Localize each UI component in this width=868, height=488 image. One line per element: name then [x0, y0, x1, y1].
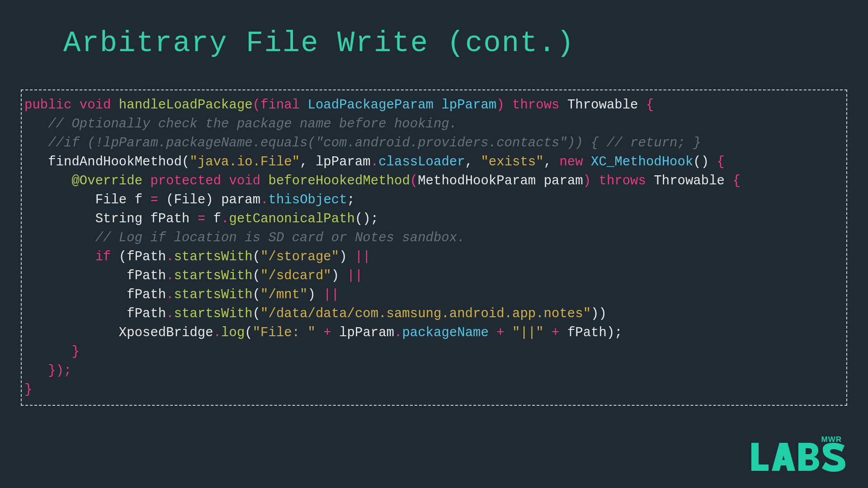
kw-throws: throws	[599, 174, 646, 188]
id-param: param	[221, 192, 260, 207]
dot: .	[260, 192, 268, 207]
str-javaiofile: "java.io.File"	[189, 155, 300, 169]
id-fPath: fPath	[567, 325, 607, 340]
paren-close: )	[205, 192, 213, 207]
brace-close: }	[71, 344, 79, 359]
svg-rect-1	[751, 465, 769, 471]
paren-open: (	[253, 287, 260, 302]
type-File: File	[95, 192, 127, 207]
txt: ,	[544, 155, 560, 169]
fn-startsWith: startsWith	[174, 249, 253, 264]
id-f: f	[213, 211, 221, 226]
paren-open: (	[182, 155, 189, 169]
op-or: ||	[323, 287, 339, 302]
type-String: String	[95, 211, 142, 226]
type-LoadPackageParam: LoadPackageParam	[308, 98, 434, 113]
dot: .	[213, 325, 221, 340]
dot: .	[166, 306, 174, 321]
id-lpParam: lpParam	[441, 98, 496, 113]
fn-getCanonicalPath: getCanonicalPath	[229, 211, 355, 226]
brace-open: {	[717, 155, 725, 169]
paren-open: (	[166, 192, 174, 207]
dot: .	[221, 211, 229, 226]
id-fPath: fPath	[127, 306, 166, 321]
id-lpParam: lpParam	[339, 325, 394, 340]
fn-startsWith: startsWith	[174, 268, 253, 283]
type-Throwable: Throwable	[654, 174, 725, 188]
type-Throwable: Throwable	[567, 98, 638, 113]
type-XCMethodHook: XC_MethodHook	[591, 155, 693, 169]
brace-close-paren: });	[48, 363, 71, 378]
id-fPath: fPath	[127, 287, 166, 302]
tail: );	[607, 325, 623, 340]
str-storage: "/storage"	[260, 249, 339, 264]
txt: (fPath	[119, 249, 166, 264]
paren-close: ))	[591, 306, 607, 321]
str-file: "File: "	[253, 325, 316, 340]
fn-findAndHookMethod: findAndHookMethod	[48, 155, 182, 169]
slide: Arbitrary File Write (cont.) public void…	[0, 0, 868, 488]
str-mnt: "/mnt"	[260, 287, 307, 302]
tail: ();	[355, 211, 378, 226]
paren-close: )	[583, 174, 591, 188]
paren-open: (	[245, 325, 252, 340]
code-content: public void handleLoadPackage(final Load…	[24, 96, 844, 399]
id-f: f	[135, 192, 142, 207]
brace-open: {	[732, 174, 740, 188]
paren-open: (	[410, 174, 418, 188]
kw-final: final	[260, 98, 300, 113]
fn-beforeHookedMethod: beforeHookedMethod	[269, 174, 410, 188]
op-eq: =	[198, 211, 205, 226]
kw-new: new	[559, 155, 583, 169]
paren-close: )	[339, 249, 347, 264]
op-eq: =	[150, 192, 158, 207]
op-or: ||	[347, 268, 363, 283]
kw-throws: throws	[512, 98, 559, 113]
paren-open: (	[253, 98, 260, 113]
dot: .	[394, 325, 402, 340]
op-plus: +	[552, 325, 559, 340]
slide-title: Arbitrary File Write (cont.)	[63, 27, 841, 60]
fn-handleLoadPackage: handleLoadPackage	[119, 98, 253, 113]
paren-open: (	[253, 268, 260, 283]
kw-void: void	[229, 174, 261, 188]
paren-close: )	[331, 268, 339, 283]
kw-void: void	[80, 98, 111, 113]
annotation-override: @Override	[71, 174, 142, 188]
comment-2: //if (!lpParam.packageName.equals("com.a…	[48, 136, 701, 150]
dot: .	[166, 287, 174, 302]
paren-open: (	[253, 306, 260, 321]
id-fPath: fPath	[150, 211, 189, 226]
fn-startsWith: startsWith	[174, 287, 253, 302]
brace-close: }	[24, 382, 32, 397]
id-thisObject: thisObject	[269, 192, 347, 207]
id-packageName: packageName	[402, 325, 488, 340]
op-or: ||	[355, 249, 371, 264]
logo-mwr-text: MWR	[821, 435, 842, 444]
brace-open: {	[646, 98, 654, 113]
str-pipe: "||"	[512, 325, 544, 340]
id-XposedBridge: XposedBridge	[119, 325, 213, 340]
str-exists: "exists"	[481, 155, 543, 169]
kw-public: public	[24, 98, 71, 113]
dot: .	[166, 268, 174, 283]
id-fPath: fPath	[127, 268, 166, 283]
txt: ,	[465, 155, 481, 169]
kw-if: if	[95, 249, 111, 264]
semi: ;	[347, 192, 355, 207]
labs-logo-icon: MWR	[747, 435, 846, 475]
mwr-labs-logo: MWR	[747, 435, 846, 475]
parens: ()	[693, 155, 709, 169]
dot: .	[371, 155, 378, 169]
dot: .	[166, 249, 174, 264]
svg-rect-2	[777, 460, 790, 465]
id-classLoader: classLoader	[378, 155, 465, 169]
kw-protected: protected	[150, 174, 221, 188]
fn-log: log	[221, 325, 245, 340]
op-plus: +	[323, 325, 331, 340]
str-sdcard: "/sdcard"	[260, 268, 331, 283]
paren-close: )	[308, 287, 316, 302]
comment-3: // Log if location is SD card or Notes s…	[95, 230, 465, 245]
op-plus: +	[496, 325, 504, 340]
txt: , lpParam	[300, 155, 371, 169]
